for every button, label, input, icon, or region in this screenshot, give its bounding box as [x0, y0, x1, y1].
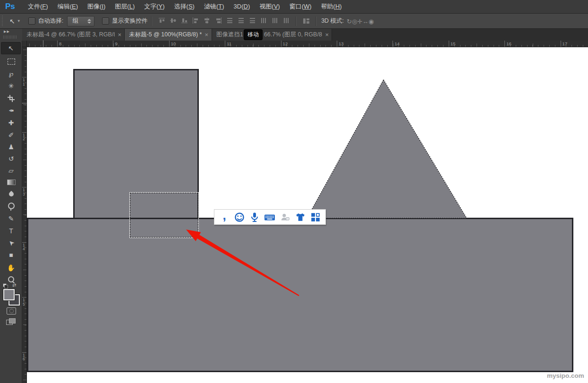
- path-selection-tool[interactable]: ➤: [0, 237, 22, 249]
- document-canvas[interactable]: , mysipo.com: [27, 47, 588, 383]
- vertical-ruler[interactable]: 1 11 21 31 41 51 6: [22, 47, 27, 383]
- ruler-number: 14: [394, 41, 400, 46]
- rectangular-marquee-tool[interactable]: [0, 55, 22, 68]
- menu-item-Y[interactable]: 文字(Y): [139, 0, 169, 13]
- brush-tool[interactable]: ✐: [0, 129, 22, 141]
- canvas-triangle-shape: [307, 80, 467, 218]
- align-right-edges-button[interactable]: [213, 17, 223, 25]
- panel-grip[interactable]: [3, 35, 17, 39]
- align-left-edges-button[interactable]: [190, 17, 201, 25]
- auto-select-label: 自动选择:: [38, 17, 63, 25]
- menu-item-L[interactable]: 图层(L): [110, 0, 139, 13]
- align-vertical-centers-button[interactable]: [168, 17, 178, 25]
- document-tab-3[interactable]: 图像遮挡1@ 66.7% (图层 0, RGB/8)×: [212, 29, 332, 41]
- pen-tool-icon: ✎: [9, 215, 14, 222]
- document-tab-1[interactable]: 未标题-4 @ 66.7% (图层 3, RGB/8) *×: [22, 29, 125, 41]
- horizontal-ruler[interactable]: 891011121314151617: [22, 41, 588, 47]
- clone-stamp-tool-icon: ♟: [8, 144, 14, 150]
- gradient-tool[interactable]: [0, 176, 22, 188]
- auto-select-target-dropdown[interactable]: 组: [67, 16, 94, 26]
- auto-select-target-value: 组: [72, 17, 78, 25]
- ruler-major-tick: [281, 41, 281, 47]
- 3d-drag-icon[interactable]: ✛: [357, 18, 362, 25]
- mic-icon[interactable]: [249, 212, 260, 223]
- blur-tool[interactable]: [0, 188, 22, 200]
- hand-tool[interactable]: ✋: [0, 262, 22, 274]
- tools-panel-header: ▶▶: [0, 29, 23, 41]
- 3d-roll-icon[interactable]: ◎: [352, 18, 357, 25]
- emoji-icon[interactable]: [234, 212, 245, 223]
- rectangle-tool[interactable]: ■: [0, 249, 22, 261]
- lasso-tool-icon: ℘: [9, 70, 14, 77]
- tab-close-icon[interactable]: ×: [325, 32, 329, 38]
- separator: [296, 17, 297, 26]
- distribute-left-edges-button[interactable]: [258, 17, 269, 25]
- menu-item-D[interactable]: 3D(D): [229, 0, 255, 13]
- spot-healing-brush-tool[interactable]: ✚: [0, 117, 22, 129]
- lasso-tool[interactable]: ℘: [0, 68, 22, 80]
- options-bar-gripper[interactable]: [0, 16, 5, 27]
- eraser-tool[interactable]: ▱: [0, 164, 22, 177]
- align-buttons: [156, 17, 224, 26]
- show-transform-checkbox[interactable]: [102, 17, 109, 25]
- menu-item-E[interactable]: 编辑(E): [53, 0, 83, 13]
- skin-icon[interactable]: [295, 212, 306, 223]
- menu-item-H[interactable]: 帮助(H): [316, 0, 347, 13]
- menu-item-T[interactable]: 滤镜(T): [199, 0, 229, 13]
- tool-options-bar: ↖ ▼ 自动选择: 组 显示变换控件 3D 模式: ↻◎✛↔◉: [0, 14, 588, 29]
- ruler-number: 8: [59, 41, 61, 46]
- menu-item-S[interactable]: 选择(S): [170, 0, 199, 13]
- menu-item-W[interactable]: 窗口(W): [285, 0, 316, 13]
- tab-close-icon[interactable]: ×: [205, 32, 208, 38]
- path-selection-tool-icon: ➤: [7, 239, 15, 247]
- quick-mask-button[interactable]: [7, 307, 16, 315]
- foreground-color-swatch[interactable]: [3, 289, 15, 300]
- ruler-number: 9: [115, 41, 117, 46]
- menu-item-V[interactable]: 视图(V): [255, 0, 284, 13]
- collapse-panel-icon[interactable]: ▶▶: [4, 30, 10, 34]
- eyedropper-tool[interactable]: ✒: [0, 104, 22, 117]
- auto-select-checkbox[interactable]: [28, 17, 35, 25]
- user-icon[interactable]: [280, 212, 291, 223]
- history-brush-tool[interactable]: ↺: [0, 153, 22, 165]
- ime-logo-icon[interactable]: ,: [219, 210, 230, 221]
- ruler-number: 1 4: [23, 243, 25, 251]
- active-tool-preset[interactable]: ↖ ▼: [9, 17, 21, 25]
- type-tool[interactable]: T: [0, 225, 22, 237]
- ruler-cursor-indicator: [43, 41, 43, 47]
- distribute-vertical-centers-button[interactable]: [236, 17, 246, 25]
- align-top-edges-button[interactable]: [156, 17, 167, 25]
- align-bottom-edges-button[interactable]: [179, 17, 189, 25]
- show-transform-label: 显示变换控件: [112, 17, 147, 25]
- distribute-top-edges-button[interactable]: [224, 17, 235, 25]
- tab-close-icon[interactable]: ×: [118, 32, 121, 38]
- ruler-number: 10: [171, 41, 176, 46]
- 3d-rotate-icon[interactable]: ↻: [347, 18, 352, 25]
- zoom-tool[interactable]: [0, 273, 22, 285]
- keyboard-icon[interactable]: [264, 212, 275, 223]
- menu-item-I[interactable]: 图像(I): [83, 0, 110, 13]
- 3d-zoom-icon[interactable]: ◉: [368, 18, 374, 25]
- document-tab-2[interactable]: 未标题-5 @ 100%(RGB/8) *×: [125, 29, 212, 41]
- ruler-major-tick: [169, 41, 170, 47]
- photoshop-logo: Ps: [0, 2, 23, 11]
- pen-tool[interactable]: ✎: [0, 213, 22, 225]
- screen-mode-button[interactable]: [6, 318, 16, 325]
- spinner-icon: [87, 19, 91, 24]
- watermark: mysipo.com: [547, 372, 584, 379]
- distribute-horizontal-centers-button[interactable]: [270, 17, 280, 25]
- dodge-tool[interactable]: [0, 200, 22, 212]
- move-tool[interactable]: ↖: [1, 42, 21, 54]
- align-horizontal-centers-button[interactable]: [202, 17, 212, 25]
- ruler-major-tick: [449, 41, 449, 47]
- crop-tool[interactable]: [0, 92, 22, 104]
- grid-menu-icon[interactable]: [310, 212, 321, 223]
- distribute-bottom-edges-button[interactable]: [247, 17, 257, 25]
- clone-stamp-tool[interactable]: ♟: [0, 141, 22, 153]
- 3d-slide-icon[interactable]: ↔: [362, 18, 368, 25]
- distribute-right-edges-button[interactable]: [281, 17, 291, 25]
- move-tool-icon: ↖: [8, 45, 14, 51]
- magic-wand-tool[interactable]: ✳: [0, 80, 22, 92]
- menu-item-F[interactable]: 文件(F): [23, 0, 53, 13]
- auto-align-layers-button[interactable]: [301, 17, 311, 26]
